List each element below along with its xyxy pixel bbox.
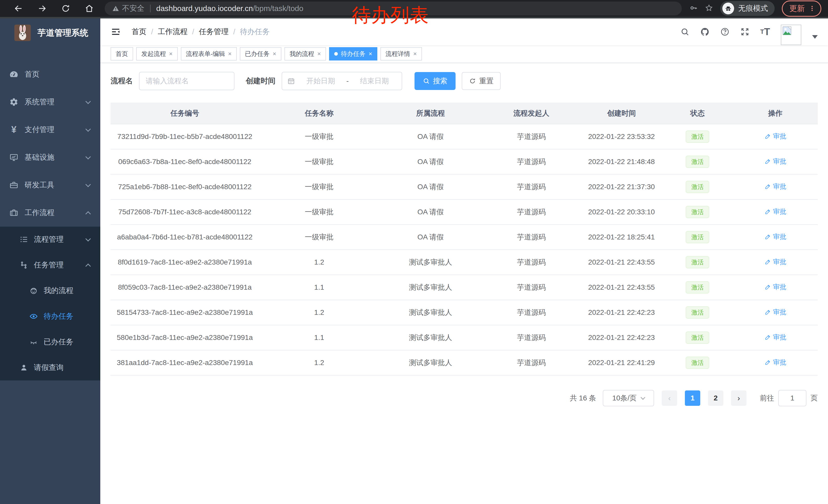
url-text: dashboard.yudao.iocoder.cn/bpm/task/todo <box>156 4 303 13</box>
breadcrumb: 首页/工作流程/任务管理/待办任务 <box>132 27 270 37</box>
action-cell: 审批 <box>733 149 818 174</box>
reset-button[interactable]: 重置 <box>462 72 501 90</box>
update-button[interactable]: 更新 <box>782 1 821 17</box>
font-size-icon[interactable]: TT <box>760 27 770 37</box>
task-process-cell: OA 请假 <box>379 199 482 225</box>
face-icon <box>29 286 38 295</box>
approve-button[interactable]: 审批 <box>764 232 786 241</box>
close-icon[interactable]: × <box>228 50 232 57</box>
tab-首页[interactable]: 首页 <box>111 47 133 60</box>
page-button-2[interactable]: 2 <box>708 391 723 406</box>
sidebar-collapse-button[interactable] <box>111 27 121 37</box>
task-table: 任务编号 任务名称 所属流程 流程发起人 创建时间 状态 操作 73211d9d… <box>111 102 818 375</box>
browser-home-button[interactable] <box>78 4 101 13</box>
approve-label: 审批 <box>773 333 786 342</box>
browser-reload-button[interactable] <box>54 4 78 13</box>
tab-流程详情[interactable]: 流程详情× <box>380 47 422 60</box>
tab-已办任务[interactable]: 已办任务× <box>240 47 281 60</box>
action-cell: 审批 <box>733 225 818 250</box>
fullscreen-icon[interactable] <box>740 27 749 36</box>
approve-button[interactable]: 审批 <box>764 182 786 191</box>
bookmark-star-icon[interactable] <box>705 4 713 13</box>
sidebar-item-label: 基础设施 <box>25 152 54 163</box>
approve-button[interactable]: 审批 <box>764 282 786 291</box>
security-label: 不安全 <box>122 3 144 13</box>
overflow-menu-icon[interactable] <box>809 5 816 12</box>
breadcrumb-item[interactable]: 工作流程 <box>158 27 188 37</box>
approve-button[interactable]: 审批 <box>764 207 786 216</box>
status-badge: 激活 <box>686 256 709 268</box>
sidebar-item-infrastructure[interactable]: 基础设施 <box>0 144 100 171</box>
sidebar-item-devtools[interactable]: 研发工具 <box>0 171 100 199</box>
task-starter-cell: 芋道源码 <box>482 149 581 174</box>
task-starter-cell: 芋道源码 <box>482 124 581 149</box>
help-icon[interactable] <box>720 27 730 36</box>
sidebar-item-my-process[interactable]: 我的流程 <box>0 278 100 304</box>
status-badge: 激活 <box>686 281 709 293</box>
edit-icon <box>764 259 771 265</box>
prev-page-button[interactable]: ‹ <box>662 391 677 406</box>
goto-page-input[interactable] <box>778 390 806 406</box>
avatar-caret-icon[interactable] <box>812 35 818 39</box>
table-row: 381aa1dd-7ac8-11ec-a9e2-a2380e71991a1.2测… <box>111 350 818 375</box>
sidebar-item-leave-query[interactable]: 请假查询 <box>0 355 100 380</box>
sidebar-item-process-mgmt[interactable]: 流程管理 <box>0 227 100 252</box>
broken-image-icon <box>782 26 792 36</box>
table-row: 8f059c03-7ac8-11ec-a9e2-a2380e71991a1.1测… <box>111 275 818 300</box>
sidebar-item-home[interactable]: 首页 <box>0 60 100 88</box>
sidebar-item-todo-tasks[interactable]: 待办任务 <box>0 304 100 329</box>
tab-待办任务[interactable]: 待办任务× <box>329 47 377 60</box>
page-size-select[interactable]: 10条/页 <box>603 390 654 406</box>
search-button[interactable]: 搜索 <box>415 72 456 90</box>
process-name-input[interactable] <box>139 72 235 90</box>
page-button-1[interactable]: 1 <box>685 391 700 406</box>
password-key-icon[interactable] <box>690 4 698 13</box>
start-date-placeholder: 开始日期 <box>299 76 343 86</box>
task-id-cell: 8f059c03-7ac8-11ec-a9e2-a2380e71991a <box>111 275 259 300</box>
task-id-cell: 580e1b3d-7ac8-11ec-a9e2-a2380e71991a <box>111 325 259 350</box>
close-icon[interactable]: × <box>273 50 276 57</box>
security-indicator[interactable]: 不安全 <box>112 3 144 13</box>
task-starter-cell: 芋道源码 <box>482 174 581 199</box>
next-page-button[interactable]: › <box>731 391 746 406</box>
approve-button[interactable]: 审批 <box>764 333 786 342</box>
sidebar-item-system[interactable]: 系统管理 <box>0 88 100 116</box>
approve-button[interactable]: 审批 <box>764 132 786 141</box>
approve-button[interactable]: 审批 <box>764 157 786 166</box>
close-icon[interactable]: × <box>169 50 173 57</box>
sidebar-item-task-mgmt[interactable]: 任务管理 <box>0 252 100 278</box>
breadcrumb-item[interactable]: 任务管理 <box>199 27 229 37</box>
browser-forward-button[interactable] <box>30 4 54 13</box>
breadcrumb-item[interactable]: 首页 <box>132 27 147 37</box>
task-name-cell: 一级审批 <box>259 225 379 250</box>
status-badge: 激活 <box>686 206 709 218</box>
tab-发起流程[interactable]: 发起流程× <box>136 47 178 60</box>
app-logo-row[interactable]: 芋道管理系统 <box>0 18 100 47</box>
browser-back-button[interactable] <box>7 4 30 13</box>
avatar[interactable] <box>781 25 801 45</box>
close-icon[interactable]: × <box>317 50 321 57</box>
task-starter-cell: 芋道源码 <box>482 325 581 350</box>
date-range-picker[interactable]: 开始日期 - 结束日期 <box>282 72 402 90</box>
status-cell: 激活 <box>662 225 733 250</box>
task-id-cell: 8f0d1619-7ac8-11ec-a9e2-a2380e71991a <box>111 250 259 275</box>
sidebar-item-workflow[interactable]: 工作流程 <box>0 199 100 227</box>
tab-流程表单-编辑[interactable]: 流程表单-编辑× <box>181 47 237 60</box>
sidebar-item-label: 我的流程 <box>44 286 73 296</box>
approve-button[interactable]: 审批 <box>764 358 786 367</box>
close-icon[interactable]: × <box>413 50 417 57</box>
workflow-submenu: 流程管理 任务管理 我的流程 <box>0 227 100 380</box>
approve-button[interactable]: 审批 <box>764 258 786 266</box>
sidebar-item-done-tasks[interactable]: 已办任务 <box>0 329 100 355</box>
tab-我的流程[interactable]: 我的流程× <box>285 47 326 60</box>
close-icon[interactable]: × <box>369 50 372 57</box>
task-id-cell: 725a1eb6-7b88-11ec-8ef0-acde48001122 <box>111 174 259 199</box>
sidebar-item-label: 流程管理 <box>34 234 64 244</box>
list-icon <box>19 235 28 244</box>
col-actions: 操作 <box>733 102 818 124</box>
chevron-down-icon <box>85 236 91 241</box>
search-icon[interactable] <box>680 27 690 36</box>
sidebar-item-payment[interactable]: ¥ 支付管理 <box>0 116 100 144</box>
approve-button[interactable]: 审批 <box>764 308 786 317</box>
github-icon[interactable] <box>700 27 709 36</box>
